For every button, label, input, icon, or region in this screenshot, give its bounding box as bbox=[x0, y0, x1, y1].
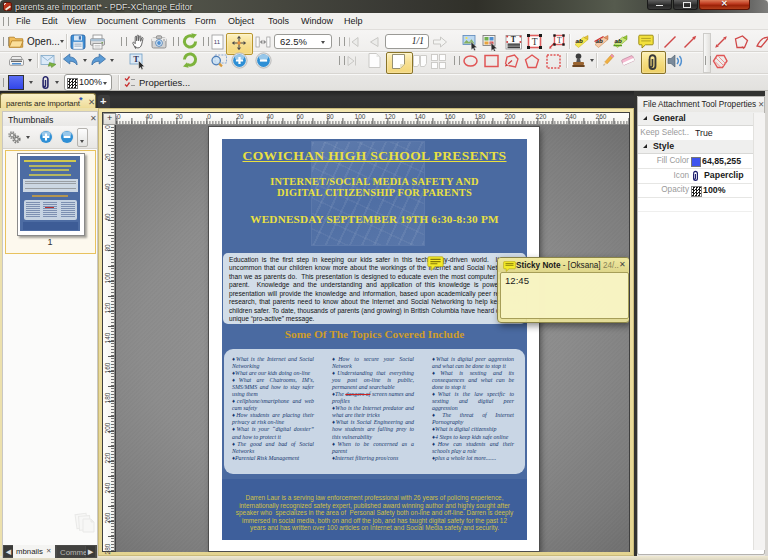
svg-text:11: 11 bbox=[214, 39, 221, 45]
svg-text:T: T bbox=[133, 54, 139, 64]
svg-text:T: T bbox=[532, 37, 538, 47]
svg-text:ab: ab bbox=[615, 37, 622, 44]
svg-text:T: T bbox=[511, 35, 516, 44]
svg-text:T: T bbox=[557, 36, 562, 45]
svg-text:ab: ab bbox=[576, 37, 583, 44]
